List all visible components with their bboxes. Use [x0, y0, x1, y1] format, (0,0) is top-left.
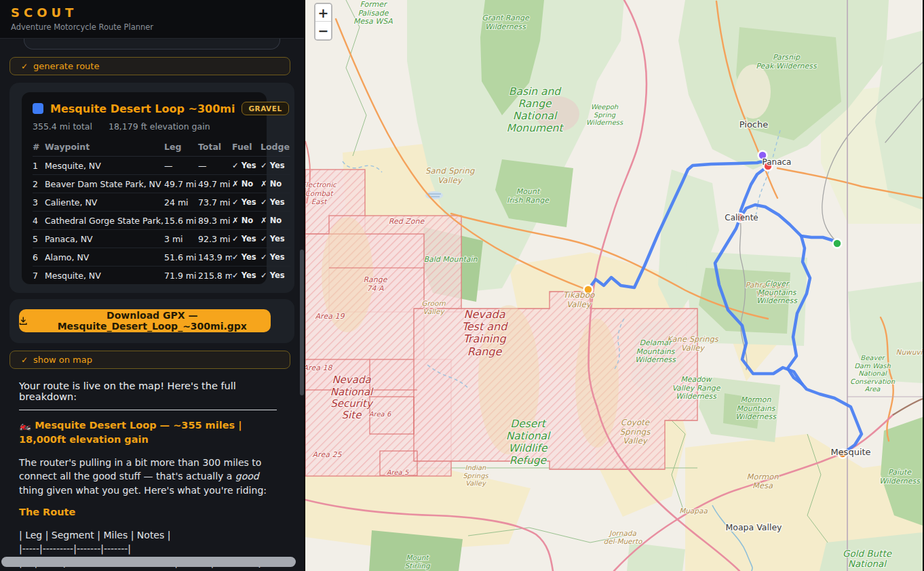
- zoom-in-button[interactable]: +: [315, 4, 331, 22]
- waypoint-cell: Caliente, NV: [45, 193, 164, 212]
- waypoint-row: 3Caliente, NV24 mi73.7 mi✓ Yes✓ Yes: [33, 193, 290, 212]
- map-zoom-control: + −: [314, 3, 332, 41]
- table-line: | Leg | Segment | Miles | Notes |: [19, 529, 280, 543]
- waypoint-cell: 143.9 mi: [198, 248, 232, 267]
- surface-badge: GRAVEL: [242, 102, 288, 115]
- map-label: Bald Mountain: [423, 255, 478, 264]
- waypoint-row: 7Mesquite, NV71.9 mi215.8 mi✓ Yes✓ Yes: [33, 267, 290, 285]
- message-paragraph: The router's pulling in a bit more than …: [19, 456, 275, 497]
- map-marker[interactable]: [833, 239, 842, 248]
- message-route-heading: 🏍️ Mesquite Desert Loop — ~355 miles | 1…: [19, 418, 270, 447]
- map-label: Muapaa: [679, 507, 708, 515]
- route-color-swatch: [33, 103, 43, 114]
- waypoint-cell: 49.7 mi: [198, 175, 232, 193]
- waypoint-cell: ✗ No: [232, 212, 261, 230]
- message-subheading: The Route: [19, 507, 285, 517]
- col-leg: Leg: [164, 138, 198, 157]
- show-on-map-tool-pill[interactable]: ✓ show on map: [9, 351, 290, 369]
- map-label: TikabooValley: [563, 290, 595, 309]
- waypoint-cell: 6: [33, 248, 45, 267]
- waypoint-cell: ✗ No: [261, 175, 290, 193]
- motorcycle-emoji: 🏍️: [19, 420, 31, 431]
- route-total-distance: 355.4 mi total: [33, 121, 92, 132]
- waypoint-table-body: 1Mesquite, NV——✓ Yes✓ Yes2Beaver Dam Sta…: [33, 157, 290, 285]
- col-num: #: [33, 138, 45, 157]
- route-summary-panel: Mesquite Desert Loop ~300mi GRAVEL 355.4…: [22, 92, 267, 284]
- map-label: Red Zone: [389, 217, 425, 226]
- route-result-card: Mesquite Desert Loop ~300mi GRAVEL 355.4…: [9, 83, 294, 293]
- map-label: Area 18: [305, 363, 332, 372]
- download-gpx-button[interactable]: Download GPX — Mesquite_Desert_Loop_~300…: [19, 309, 271, 332]
- col-waypoint: Waypoint: [45, 138, 164, 157]
- previous-message-partial: [24, 39, 280, 50]
- waypoint-cell: ✗ No: [261, 212, 290, 230]
- waypoint-cell: 49.7 mi: [164, 175, 198, 193]
- waypoint-cell: Alamo, NV: [45, 248, 164, 267]
- waypoint-cell: 3 mi: [164, 230, 198, 248]
- map-label: Pioche: [739, 119, 769, 130]
- waypoint-row: 6Alamo, NV51.6 mi143.9 mi✓ Yes✓ Yes: [33, 248, 290, 267]
- map-label: Area 19: [315, 312, 345, 321]
- waypoint-cell: 24 mi: [164, 193, 198, 212]
- waypoint-cell: 3: [33, 193, 45, 212]
- zoom-out-button[interactable]: −: [315, 22, 331, 39]
- waypoint-cell: ✓ Yes: [261, 248, 290, 267]
- waypoint-cell: ✓ Yes: [261, 157, 290, 175]
- map-label: Basin andRangeNationalMonument: [506, 85, 564, 134]
- map-label: Nuwuvi: [896, 348, 923, 356]
- show-on-map-label: show on map: [33, 355, 92, 365]
- col-fuel: Fuel: [232, 138, 261, 157]
- check-icon: ✓: [21, 62, 28, 71]
- app-header: SCOUT Adventure Motorcycle Route Planner: [0, 0, 304, 39]
- waypoint-cell: Mesquite, NV: [45, 157, 164, 175]
- waypoint-cell: ✓ Yes: [261, 267, 290, 285]
- waypoint-cell: —: [198, 157, 232, 175]
- waypoint-cell: 15.6 mi: [164, 212, 198, 230]
- map-label: NevadaTest andTrainingRange: [462, 308, 509, 358]
- map-label: Grant RangeWilderness: [482, 14, 530, 31]
- map-label: MountStirling: [404, 553, 431, 570]
- map-label: Area 5: [387, 469, 409, 476]
- generate-route-tool-pill[interactable]: ✓ generate route: [9, 57, 290, 75]
- chat-scroll-area[interactable]: ✓ generate route Mesquite Desert Loop ~3…: [0, 39, 304, 571]
- waypoint-cell: 4: [33, 212, 45, 230]
- map-label: DelamarMountainsWilderness: [635, 338, 676, 364]
- message-intro: Your route is live on the map! Here's th…: [19, 380, 285, 402]
- waypoint-row: 2Beaver Dam State Park, NV49.7 mi49.7 mi…: [33, 175, 290, 193]
- waypoint-cell: ✓ Yes: [261, 193, 290, 212]
- app-tagline: Adventure Motorcycle Route Planner: [11, 22, 293, 32]
- waypoint-cell: ✓ Yes: [232, 267, 261, 285]
- col-total: Total: [198, 138, 232, 157]
- app-logo: SCOUT: [11, 5, 293, 20]
- waypoint-cell: 215.8 mi: [198, 267, 232, 285]
- waypoint-cell: ✓ Yes: [232, 248, 261, 267]
- download-gpx-label: Download GPX — Mesquite_Desert_Loop_~300…: [34, 310, 271, 332]
- waypoint-cell: Mesquite, NV: [45, 267, 164, 285]
- assistant-message: Your route is live on the map! Here's th…: [9, 380, 294, 571]
- map-svg: FormerPalisadeMesa WSAGrant RangeWildern…: [305, 0, 923, 571]
- message-divider: [19, 410, 277, 410]
- map-label: IndianSpringsValley: [463, 464, 488, 488]
- waypoint-cell: Cathedral Gorge State Park, NV: [45, 212, 164, 230]
- map-label: Area 6: [369, 410, 392, 418]
- map-label: MormonMountainsWilderness: [735, 395, 777, 421]
- waypoint-table: # Waypoint Leg Total Fuel Lodge 1Mesquit…: [33, 138, 290, 284]
- check-icon: ✓: [21, 355, 28, 365]
- waypoint-cell: 2: [33, 175, 45, 193]
- vertical-scrollbar-thumb[interactable]: [300, 250, 304, 395]
- waypoint-cell: 7: [33, 267, 45, 285]
- app-root: SCOUT Adventure Motorcycle Route Planner…: [0, 0, 924, 571]
- waypoint-cell: 71.9 mi: [164, 267, 198, 285]
- map-label: Caliente: [725, 213, 758, 222]
- waypoint-cell: 73.7 mi: [198, 193, 232, 212]
- sidebar: SCOUT Adventure Motorcycle Route Planner…: [0, 0, 305, 571]
- route-elevation-gain: 18,179 ft elevation gain: [109, 121, 210, 132]
- map-label: Panaca: [763, 157, 792, 167]
- waypoint-cell: 5: [33, 230, 45, 248]
- route-title: Mesquite Desert Loop ~300mi: [50, 102, 235, 115]
- map-canvas[interactable]: + −: [305, 0, 923, 571]
- download-section: Download GPX — Mesquite_Desert_Loop_~300…: [9, 299, 294, 343]
- horizontal-scrollbar-thumb[interactable]: [1, 557, 296, 567]
- map-label: Area 25: [313, 450, 343, 459]
- waypoint-cell: ✓ Yes: [261, 230, 290, 248]
